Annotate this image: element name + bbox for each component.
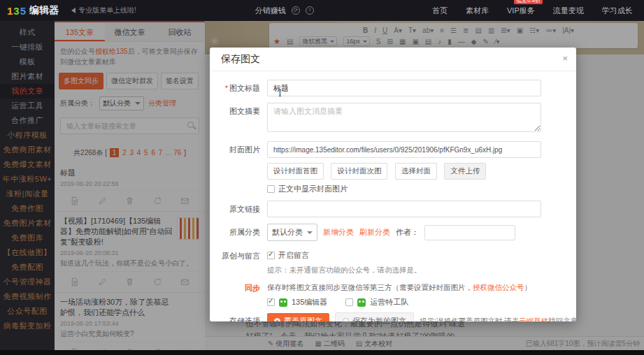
dialog-title: 保存图文 [221, 53, 260, 66]
cover-image-label: 封面图片 [210, 141, 260, 194]
nav-menu: 首页 素材库 低至6.8折VIP服务 流量变现 学习成长 帮助中心 兑换商城 [432, 0, 644, 21]
chevron-down-icon [307, 231, 313, 234]
sync-team-label: 运营特工队 [370, 297, 408, 307]
modal-category-label: 所属分类 [210, 224, 260, 241]
digest-textarea[interactable] [267, 103, 541, 132]
radio-on-icon [274, 318, 280, 321]
text-cursor-pointer: I [278, 89, 282, 99]
nav-item-monetize[interactable]: 流量变现 [553, 6, 584, 16]
authorize-wechat-link[interactable]: 授权微信公众号 [473, 283, 524, 291]
sync-135-label: 135编辑器 [292, 297, 327, 307]
storage-hint: 提示:误操作覆盖原图文时,请去云端草稿找回文章 [420, 317, 576, 322]
sync-135-checkbox[interactable] [267, 298, 275, 306]
digest-label: 图文摘要 [210, 103, 260, 135]
original-link-input[interactable] [267, 201, 541, 217]
cover-url-input[interactable] [267, 141, 541, 158]
bottom-video-bar [0, 350, 644, 355]
enable-comment-label: 开启留言 [278, 250, 309, 261]
app-logo[interactable]: 135 编辑器 [7, 4, 59, 17]
refresh-icon[interactable]: ⟳ [292, 6, 300, 15]
storage-option-label: 存储选项 [210, 312, 260, 321]
enable-comment-checkbox[interactable] [267, 252, 275, 259]
show-cover-in-body-label: 正文中显示封面图片 [278, 184, 348, 194]
announcement-text: 专业版菜单上线啦! [78, 6, 136, 15]
show-cover-in-body-checkbox[interactable] [267, 185, 275, 193]
comment-hint: 提示：未开通留言功能的公众号，请勿选择是。 [267, 266, 576, 275]
overwrite-original-radio[interactable]: 覆盖原图文 [267, 313, 329, 321]
help-icon[interactable]: ? [306, 6, 314, 15]
article-title-label: *图文标题 [210, 80, 260, 96]
original-link-label: 原文链接 [210, 201, 260, 217]
wechat-icon [279, 298, 287, 307]
radio-off-icon [343, 318, 349, 321]
design-cover-second-button[interactable]: 设计封面次图 [331, 163, 387, 180]
article-title-input[interactable] [267, 80, 541, 96]
nav-item-vip[interactable]: 低至6.8折VIP服务 [507, 6, 535, 16]
nav-item-home[interactable]: 首页 [432, 6, 448, 16]
refresh-category-link[interactable]: 刷新分类 [359, 227, 390, 238]
save-article-dialog: 保存图文 × *图文标题 图文摘要 封面图片 设计封面首图 设计封面次图 选择封… [210, 48, 576, 321]
save-as-new-radio[interactable]: 保存为新的图文 [335, 312, 414, 321]
close-icon[interactable]: × [562, 53, 568, 64]
choose-cover-button[interactable]: 选择封面 [395, 163, 437, 180]
top-navbar: 135 编辑器 专业版菜单上线啦! 分销赚钱 ⟳ ? 首页 素材库 低至6.8折… [0, 0, 644, 21]
file-upload-button[interactable]: 文件上传 [444, 163, 486, 180]
cloud-draft-link[interactable]: 云端草稿 [519, 317, 548, 322]
logo-digit-3: 3 [13, 5, 20, 17]
vip-discount-badge: 低至6.8折 [514, 0, 543, 4]
logo-text: 编辑器 [29, 4, 59, 17]
sync-team-checkbox[interactable] [345, 298, 353, 306]
announcement[interactable]: 专业版菜单上线啦! [71, 6, 136, 15]
nav-item-learning[interactable]: 学习成长 [602, 6, 633, 16]
wechat-icon [357, 298, 366, 307]
design-cover-first-button[interactable]: 设计封面首图 [267, 163, 324, 180]
sync-label: 同步 [210, 280, 260, 307]
logo-digit-1: 1 [7, 5, 13, 17]
add-category-link[interactable]: 新增分类 [323, 227, 354, 238]
nav-item-library[interactable]: 素材库 [466, 6, 489, 16]
logo-digit-5: 5 [20, 5, 27, 17]
modal-category-select[interactable]: 默认分类 [267, 224, 317, 241]
sync-description: 保存时将图文直接同步至微信等第三方（需要设置好封面图片，授权微信公众号） [267, 280, 576, 293]
distribution-link[interactable]: 分销赚钱 [255, 6, 286, 16]
author-input[interactable] [424, 225, 515, 240]
speaker-icon [71, 8, 76, 13]
author-label: 作者： [396, 227, 419, 238]
original-comment-label: 原创与留言 [210, 247, 260, 275]
